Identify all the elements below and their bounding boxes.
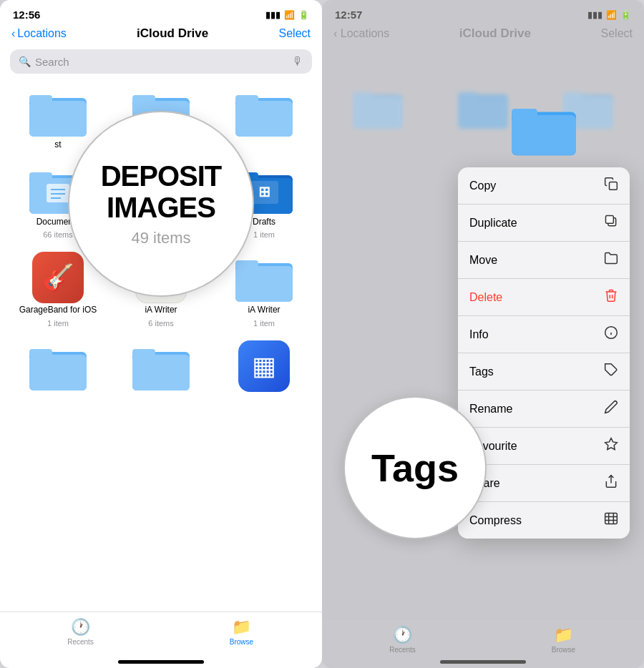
status-bar-right: 12:57 ▮▮▮ 📶 🔋 [322,0,644,24]
copy-icon [604,177,618,195]
back-label: Locations [17,27,67,40]
compress-icon [604,511,618,529]
svg-marker-54 [605,438,618,450]
menu-item-move[interactable]: Move [458,242,630,279]
nav-bar-right: ‹ Locations iCloud Drive Select [322,24,644,46]
mic-icon[interactable]: 🎙 [292,55,303,68]
file-count: 1 item [47,319,69,328]
tab-recents-right[interactable]: 🕐 Recents [322,626,483,654]
svg-rect-47 [610,182,618,190]
time-left: 12:56 [13,9,40,21]
folder-svg [132,342,190,391]
svg-rect-37 [353,97,403,129]
delete-label: Delete [469,291,502,304]
tab-browse-right[interactable]: 📁 Browse [483,626,644,654]
svg-rect-28 [235,266,293,302]
menu-item-rename[interactable]: Rename [458,391,630,428]
duplicate-label: Duplicate [469,217,517,230]
menu-item-info[interactable]: Info [458,316,630,353]
tag-icon [604,363,618,380]
tab-recents[interactable]: 🕐 Recents [0,618,161,646]
tags-label: Tags [469,365,494,378]
browse-icon-right: 📁 [554,626,573,644]
select-right: Select [601,27,633,40]
folder-svg [235,253,293,302]
search-input[interactable]: Search [35,56,288,68]
svg-rect-34 [132,355,190,391]
svg-rect-49 [606,216,614,224]
wifi-icon-right: 📶 [606,10,617,20]
svg-rect-56 [605,514,618,524]
search-bar[interactable]: 🔍 Search 🎙 [10,49,312,74]
left-phone: 12:56 ▮▮▮ 📶 🔋 ‹ Locations iCloud Drive S… [0,0,322,668]
signal-icon-right: ▮▮▮ [587,10,602,20]
tab-browse-label-right: Browse [552,646,575,654]
svg-rect-31 [29,355,87,391]
file-count: 66 items [43,230,73,239]
deposit-images-circle: DEPOSITIMAGES 49 items [68,111,254,297]
file-count: 1 item [253,319,275,328]
tab-browse-label: Browse [230,638,253,646]
folder-svg [29,88,87,137]
svg-rect-46 [512,115,576,155]
circle-title: DEPOSITIMAGES [101,160,222,223]
circle-subtitle: 49 items [131,229,190,247]
battery-icon: 🔋 [298,10,309,20]
recents-icon: 🕐 [71,618,90,637]
list-item[interactable]: ▦ [216,342,312,391]
file-count: 6 items [148,319,173,328]
menu-item-duplicate[interactable]: Duplicate [458,205,630,242]
share-icon [604,474,618,492]
file-count: 1 item [253,230,275,239]
file-name: st [54,139,61,151]
info-icon [604,325,618,343]
status-bar-left: 12:56 ▮▮▮ 📶 🔋 [0,0,322,24]
svg-text:⊞: ⊞ [258,184,270,200]
right-phone: 12:57 ▮▮▮ 📶 🔋 ‹ Locations iCloud Drive S… [322,0,644,668]
tab-recents-label: Recents [67,638,94,646]
nav-bar-left: ‹ Locations iCloud Drive Select [0,24,322,46]
svg-rect-8 [235,101,293,137]
menu-item-compress[interactable]: Compress [458,502,630,539]
title-right: iCloud Drive [459,26,531,41]
info-label: Info [469,328,489,341]
move-label: Move [469,254,497,267]
status-icons-right: ▮▮▮ 📶 🔋 [587,10,631,20]
trash-icon [604,288,618,306]
battery-icon-right: 🔋 [620,10,631,20]
selected-folder-icon [512,100,576,156]
rename-label: Rename [469,403,512,416]
signal-icon: ▮▮▮ [265,10,280,20]
tab-browse[interactable]: 📁 Browse [161,618,322,646]
blur-folder-svg [353,86,403,129]
list-item[interactable] [10,342,106,391]
tab-bar-left: 🕐 Recents 📁 Browse [0,611,322,660]
menu-item-tags[interactable]: Tags [458,353,630,391]
folder-svg [29,342,87,391]
copy-label: Copy [469,180,496,192]
search-icon: 🔍 [19,56,31,67]
time-right: 12:57 [335,9,362,21]
status-icons-left: ▮▮▮ 📶 🔋 [265,10,309,20]
svg-rect-2 [29,101,87,137]
select-button[interactable]: Select [279,27,311,40]
folder-icon-menu [604,251,618,269]
selected-folder-wrap [458,100,630,156]
browse-icon: 📁 [232,618,251,637]
file-name: iA Writer [248,305,280,316]
list-item[interactable] [216,88,312,151]
blur-folder [336,86,420,129]
home-indicator-right [440,660,526,664]
recents-icon-right: 🕐 [393,626,412,644]
wifi-icon: 📶 [284,10,295,20]
tags-text: Tags [371,446,459,490]
folder-svg [235,88,293,137]
chevron-left-icon: ‹ [11,27,15,40]
duplicate-icon [604,214,618,232]
list-item[interactable] [113,342,209,391]
tab-recents-label-right: Recents [389,646,416,654]
file-name: Drafts [253,217,275,228]
back-button[interactable]: ‹ Locations [11,27,67,40]
menu-item-copy[interactable]: Copy [458,167,630,205]
menu-item-delete[interactable]: Delete [458,279,630,316]
